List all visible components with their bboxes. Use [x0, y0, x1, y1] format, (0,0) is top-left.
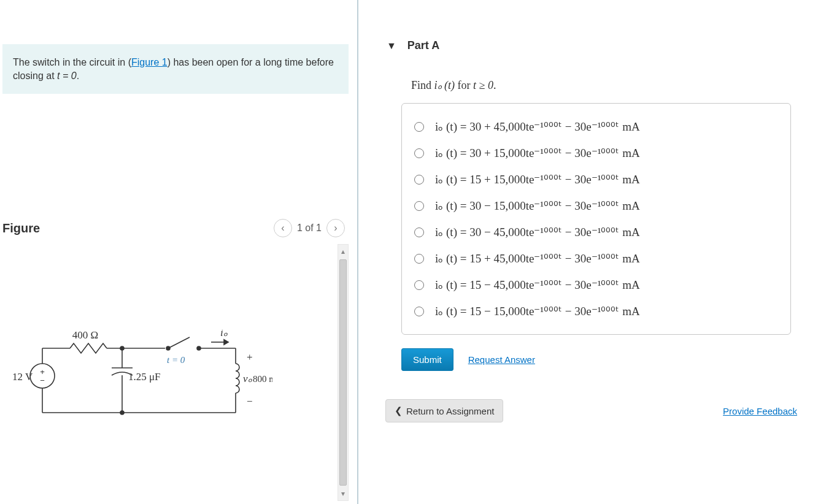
- answer-radio[interactable]: [414, 148, 424, 158]
- prompt-end: .: [493, 79, 496, 91]
- label-plus: +: [247, 351, 253, 363]
- answer-option[interactable]: iₒ (t) = 15 − 15,000te⁻¹⁰⁰⁰ᵗ − 30e⁻¹⁰⁰⁰ᵗ…: [411, 298, 782, 324]
- prompt-cond: t ≥ 0: [473, 79, 493, 91]
- figure-link[interactable]: Figure 1: [131, 57, 168, 67]
- answer-option[interactable]: iₒ (t) = 30 − 45,000te⁻¹⁰⁰⁰ᵗ − 30e⁻¹⁰⁰⁰ᵗ…: [411, 219, 782, 245]
- answer-radio[interactable]: [414, 175, 424, 185]
- part-title: Part A: [407, 39, 439, 52]
- problem-intro: The switch in the circuit in (Figure 1) …: [2, 44, 349, 94]
- figure-area: + −: [2, 243, 349, 501]
- answer-radio[interactable]: [414, 254, 424, 264]
- answer-text: iₒ (t) = 30 + 45,000te⁻¹⁰⁰⁰ᵗ − 30e⁻¹⁰⁰⁰ᵗ…: [435, 120, 640, 134]
- figure-heading: Figure: [2, 221, 40, 235]
- scroll-down-icon[interactable]: ▾: [341, 487, 345, 500]
- figure-next-button[interactable]: ›: [326, 219, 345, 237]
- scroll-up-icon[interactable]: ▴: [341, 245, 345, 258]
- circuit-diagram: + −: [9, 330, 272, 422]
- label-vs: 12 V: [12, 371, 33, 383]
- svg-point-19: [120, 411, 124, 414]
- answer-option[interactable]: iₒ (t) = 15 + 15,000te⁻¹⁰⁰⁰ᵗ − 30e⁻¹⁰⁰⁰ᵗ…: [411, 166, 782, 193]
- answer-text: iₒ (t) = 15 + 45,000te⁻¹⁰⁰⁰ᵗ − 30e⁻¹⁰⁰⁰ᵗ…: [435, 251, 640, 265]
- prompt-before: Find: [411, 79, 434, 91]
- scroll-thumb[interactable]: [339, 259, 347, 486]
- svg-point-18: [120, 346, 124, 350]
- action-row: Submit Request Answer: [401, 348, 803, 371]
- return-button[interactable]: ❮ Return to Assignment: [385, 399, 503, 422]
- chevron-left-icon: ‹: [281, 223, 284, 234]
- part-prompt: Find iₒ (t) for t ≥ 0.: [411, 78, 803, 92]
- answer-text: iₒ (t) = 30 + 15,000te⁻¹⁰⁰⁰ᵗ − 30e⁻¹⁰⁰⁰ᵗ…: [435, 146, 640, 160]
- request-answer-link[interactable]: Request Answer: [468, 354, 535, 365]
- figure-prev-button[interactable]: ‹: [274, 219, 292, 237]
- intro-t0: t = 0: [57, 71, 77, 81]
- footer-row: ❮ Return to Assignment Provide Feedback: [385, 399, 797, 422]
- answer-option[interactable]: iₒ (t) = 30 − 15,000te⁻¹⁰⁰⁰ᵗ − 30e⁻¹⁰⁰⁰ᵗ…: [411, 193, 782, 219]
- answer-text: iₒ (t) = 15 − 15,000te⁻¹⁰⁰⁰ᵗ − 30e⁻¹⁰⁰⁰ᵗ…: [435, 304, 640, 318]
- label-r: 400 Ω: [72, 330, 98, 341]
- figure-nav: ‹ 1 of 1 ›: [274, 219, 345, 237]
- label-cap: 1.25 μF: [128, 371, 161, 383]
- label-minus: −: [247, 395, 253, 407]
- svg-text:+: +: [40, 367, 45, 376]
- left-pane: The switch in the circuit in (Figure 1) …: [0, 0, 358, 504]
- answer-option[interactable]: iₒ (t) = 30 + 15,000te⁻¹⁰⁰⁰ᵗ − 30e⁻¹⁰⁰⁰ᵗ…: [411, 140, 782, 166]
- chevron-right-icon: ›: [334, 223, 337, 234]
- svg-text:−: −: [40, 376, 45, 385]
- figure-counter: 1 of 1: [297, 223, 322, 234]
- answer-radio[interactable]: [414, 280, 424, 290]
- answer-text: iₒ (t) = 30 − 45,000te⁻¹⁰⁰⁰ᵗ − 30e⁻¹⁰⁰⁰ᵗ…: [435, 225, 640, 239]
- figure-image: + −: [2, 244, 338, 501]
- answer-text: iₒ (t) = 15 − 45,000te⁻¹⁰⁰⁰ᵗ − 30e⁻¹⁰⁰⁰ᵗ…: [435, 278, 640, 292]
- answer-radio[interactable]: [414, 227, 424, 237]
- label-ind: 800 mH: [253, 374, 272, 384]
- provide-feedback-link[interactable]: Provide Feedback: [723, 406, 797, 416]
- label-io: iₒ: [220, 330, 228, 338]
- label-t0: t = 0: [167, 355, 185, 365]
- prompt-mid: for: [455, 79, 473, 91]
- answer-text: iₒ (t) = 15 + 15,000te⁻¹⁰⁰⁰ᵗ − 30e⁻¹⁰⁰⁰ᵗ…: [435, 172, 640, 186]
- intro-text-before: The switch in the circuit in (: [13, 57, 131, 67]
- figure-scrollbar[interactable]: ▴ ▾: [338, 244, 349, 501]
- part-header[interactable]: ▼ Part A: [383, 25, 803, 61]
- answer-option[interactable]: iₒ (t) = 30 + 45,000te⁻¹⁰⁰⁰ᵗ − 30e⁻¹⁰⁰⁰ᵗ…: [411, 113, 782, 140]
- answer-radio[interactable]: [414, 122, 424, 132]
- answer-radio[interactable]: [414, 201, 424, 211]
- answer-option[interactable]: iₒ (t) = 15 − 45,000te⁻¹⁰⁰⁰ᵗ − 30e⁻¹⁰⁰⁰ᵗ…: [411, 272, 782, 298]
- answer-option[interactable]: iₒ (t) = 15 + 45,000te⁻¹⁰⁰⁰ᵗ − 30e⁻¹⁰⁰⁰ᵗ…: [411, 245, 782, 272]
- submit-button[interactable]: Submit: [401, 348, 453, 371]
- right-pane: ▼ Part A Find iₒ (t) for t ≥ 0. iₒ (t) =…: [358, 0, 818, 504]
- intro-text-end: .: [77, 71, 79, 81]
- figure-header: Figure ‹ 1 of 1 ›: [2, 216, 349, 243]
- caret-down-icon: ▼: [387, 40, 396, 52]
- answer-radio[interactable]: [414, 307, 424, 316]
- answer-text: iₒ (t) = 30 − 15,000te⁻¹⁰⁰⁰ᵗ − 30e⁻¹⁰⁰⁰ᵗ…: [435, 199, 640, 213]
- chevron-left-icon: ❮: [395, 405, 403, 416]
- svg-line-8: [168, 337, 190, 348]
- answer-options: iₒ (t) = 30 + 45,000te⁻¹⁰⁰⁰ᵗ − 30e⁻¹⁰⁰⁰ᵗ…: [401, 103, 791, 335]
- label-vo: vₒ: [243, 373, 252, 384]
- prompt-var: iₒ (t): [434, 79, 455, 91]
- return-label: Return to Assignment: [406, 406, 494, 416]
